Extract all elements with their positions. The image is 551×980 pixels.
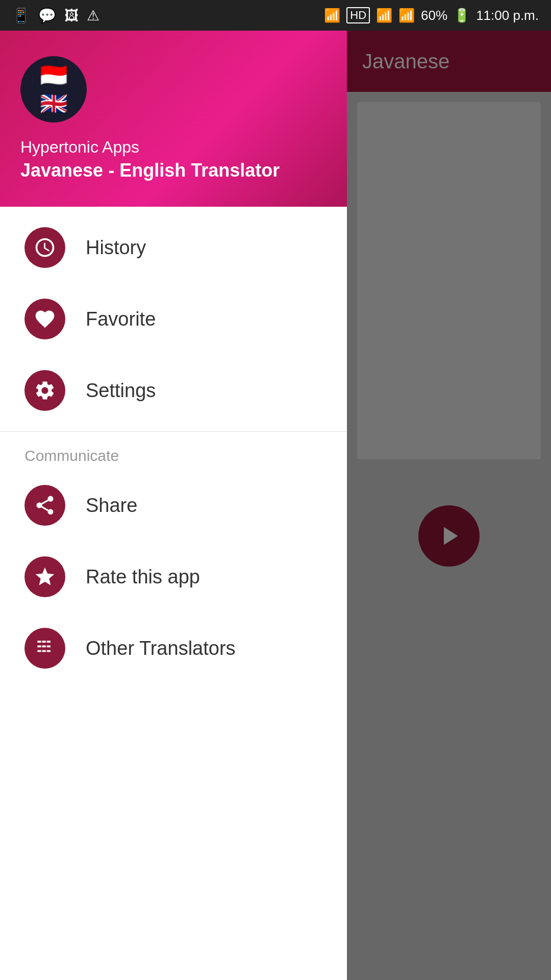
gear-icon — [34, 379, 56, 402]
image-icon: 🖼 — [64, 7, 79, 24]
wifi-icon: 📶 — [324, 8, 340, 23]
whatsapp-icon: 📱 — [12, 7, 30, 24]
history-icon-circle — [24, 227, 65, 268]
sidebar-item-other-translators[interactable]: Other Translators — [0, 612, 347, 684]
app-company: Hypertonic Apps — [20, 138, 327, 157]
battery-icon: 🔋 — [454, 8, 470, 23]
flag-uk: 🇬🇧 — [40, 90, 68, 117]
menu-divider — [0, 431, 347, 432]
message-icon: 💬 — [38, 7, 56, 24]
other-translators-label: Other Translators — [86, 638, 236, 659]
heart-icon — [34, 308, 56, 330]
clock-icon — [34, 236, 56, 259]
share-icon — [34, 494, 56, 517]
signal-icon-2: 📶 — [398, 8, 415, 23]
time-display: 11:00 p.m. — [476, 8, 539, 23]
logo-flags: 🇮🇩 🇬🇧 — [40, 62, 68, 117]
history-label: History — [86, 237, 146, 259]
status-bar-right: 📶 HD 📶 📶 60% 🔋 11:00 p.m. — [324, 7, 539, 23]
app-name: Javanese - English Translator — [20, 160, 327, 181]
battery-percent: 60% — [421, 8, 447, 23]
app-container: 🇮🇩 🇬🇧 Hypertonic Apps Javanese - English… — [0, 31, 551, 980]
signal-icon: 📶 — [376, 8, 392, 23]
status-bar: 📱 💬 🖼 ⚠ 📶 HD 📶 📶 60% 🔋 11:00 p.m. — [0, 0, 551, 31]
rate-label: Rate this app — [86, 566, 200, 588]
star-icon — [34, 566, 56, 588]
right-panel: Javanese — [347, 31, 551, 980]
sidebar-item-rate[interactable]: Rate this app — [0, 541, 347, 612]
sidebar-item-settings[interactable]: Settings — [0, 355, 347, 426]
sidebar-item-share[interactable]: Share — [0, 470, 347, 541]
grid-icon — [34, 637, 56, 659]
status-bar-left: 📱 💬 🖼 ⚠ — [12, 7, 99, 24]
settings-label: Settings — [86, 380, 156, 402]
sidebar-item-history[interactable]: History — [0, 212, 347, 283]
overlay-scrim — [347, 31, 551, 980]
communicate-section-label: Communicate — [0, 437, 347, 470]
alert-icon: ⚠ — [87, 7, 99, 24]
sidebar-item-favorite[interactable]: Favorite — [0, 283, 347, 355]
drawer-menu: History Favorite Settings — [0, 207, 347, 980]
share-label: Share — [86, 495, 137, 517]
rate-icon-circle — [24, 556, 65, 597]
settings-icon-circle — [24, 370, 65, 411]
navigation-drawer: 🇮🇩 🇬🇧 Hypertonic Apps Javanese - English… — [0, 31, 347, 980]
favorite-label: Favorite — [86, 308, 156, 330]
drawer-header: 🇮🇩 🇬🇧 Hypertonic Apps Javanese - English… — [0, 31, 347, 207]
grid-icon-circle — [24, 628, 65, 669]
hd-badge: HD — [346, 7, 370, 23]
favorite-icon-circle — [24, 299, 65, 339]
app-logo: 🇮🇩 🇬🇧 — [20, 56, 87, 122]
share-icon-circle — [24, 485, 65, 526]
flag-indonesia: 🇮🇩 — [40, 62, 68, 88]
